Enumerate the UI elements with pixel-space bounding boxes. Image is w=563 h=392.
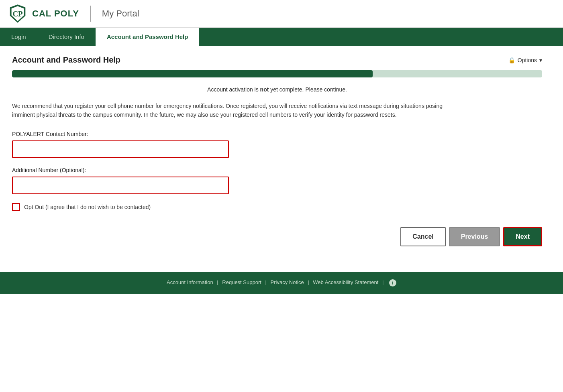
opt-out-row: Opt Out (I agree that I do not wish to b… bbox=[12, 203, 542, 211]
opt-out-label: Opt Out (I agree that I do not wish to b… bbox=[24, 204, 151, 210]
options-label: Options bbox=[518, 57, 537, 63]
cal-poly-shield-icon: CP bbox=[8, 4, 27, 23]
footer-link-web-accessibility[interactable]: Web Accessibility Statement bbox=[313, 279, 378, 285]
page-header: Account and Password Help 🔒 Options ▾ bbox=[12, 55, 542, 65]
contact-number-group: POLYALERT Contact Number: bbox=[12, 131, 542, 158]
status-bold: not bbox=[260, 86, 269, 93]
portal-name: My Portal bbox=[102, 8, 139, 19]
header-divider bbox=[90, 6, 91, 22]
main-content: Account and Password Help 🔒 Options ▾ Ac… bbox=[0, 46, 554, 272]
status-message: Account activation is not yet complete. … bbox=[12, 86, 542, 93]
contact-number-label: POLYALERT Contact Number: bbox=[12, 131, 542, 137]
description-text: We recommend that you register your cell… bbox=[12, 102, 454, 120]
progress-container bbox=[12, 70, 542, 77]
nav-item-account-password-help[interactable]: Account and Password Help bbox=[96, 28, 200, 46]
svg-text:CP: CP bbox=[12, 10, 22, 18]
status-suffix: yet complete. Please continue. bbox=[269, 86, 347, 93]
progress-bar bbox=[12, 70, 373, 77]
footer-link-request-support[interactable]: Request Support bbox=[222, 279, 261, 285]
page-title: Account and Password Help bbox=[12, 55, 120, 65]
next-button[interactable]: Next bbox=[503, 227, 542, 246]
footer: Account Information | Request Support | … bbox=[0, 272, 563, 294]
main-nav: Login Directory Info Account and Passwor… bbox=[0, 28, 563, 46]
button-row: Cancel Previous Next bbox=[12, 227, 542, 246]
nav-item-login[interactable]: Login bbox=[0, 28, 37, 46]
footer-link-privacy-notice[interactable]: Privacy Notice bbox=[271, 279, 304, 285]
footer-link-account-info[interactable]: Account Information bbox=[167, 279, 213, 285]
header: CP CAL POLY My Portal bbox=[0, 0, 563, 28]
additional-number-input[interactable] bbox=[12, 177, 229, 194]
opt-out-checkbox[interactable] bbox=[12, 203, 20, 211]
nav-item-directory-info[interactable]: Directory Info bbox=[37, 28, 96, 46]
additional-number-group: Additional Number (Optional): bbox=[12, 167, 542, 194]
previous-button[interactable]: Previous bbox=[449, 227, 500, 246]
additional-number-label: Additional Number (Optional): bbox=[12, 167, 542, 173]
options-button[interactable]: 🔒 Options ▾ bbox=[508, 57, 542, 63]
cancel-button[interactable]: Cancel bbox=[400, 227, 445, 246]
lock-icon: 🔒 bbox=[508, 57, 515, 63]
contact-number-input[interactable] bbox=[12, 140, 229, 158]
chevron-down-icon: ▾ bbox=[539, 57, 542, 63]
info-icon[interactable]: i bbox=[389, 279, 396, 286]
university-name: CAL POLY bbox=[32, 8, 79, 19]
status-prefix: Account activation is bbox=[207, 86, 260, 93]
logo-area: CP CAL POLY My Portal bbox=[8, 4, 139, 23]
